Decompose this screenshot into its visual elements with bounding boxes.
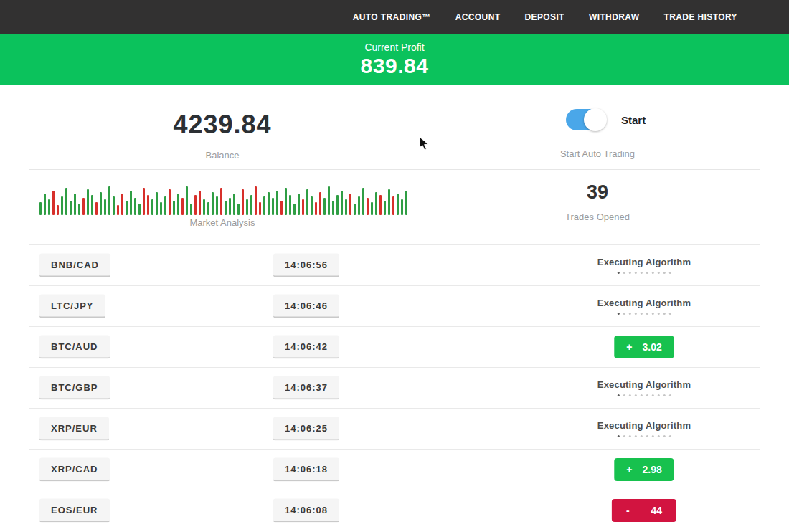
market-bar (367, 198, 369, 215)
market-bar (207, 202, 209, 215)
trade-status: +2.98 (614, 458, 674, 481)
auto-trading-app: AUTO TRADING™ACCOUNTDEPOSITWITHDRAWTRADE… (0, 0, 789, 532)
current-profit-value: 839.84 (0, 54, 789, 78)
market-bar (323, 198, 326, 215)
market-bar (401, 199, 403, 215)
progress-dot (646, 272, 648, 274)
nav-item-auto-trading[interactable]: AUTO TRADING™ (353, 12, 431, 22)
market-bar (199, 191, 201, 215)
executing-algorithm-label: Executing Algorithm (597, 298, 691, 308)
progress-dot (635, 435, 637, 437)
market-bar (134, 198, 136, 215)
market-bar (371, 202, 373, 215)
nav-item-withdraw[interactable]: WITHDRAW (589, 12, 640, 22)
progress-dot (629, 435, 631, 437)
progress-dot (635, 313, 637, 315)
progress-dot (669, 272, 671, 274)
executing-algorithm-label: Executing Algorithm (597, 257, 691, 267)
table-row: BNB/CAD 14:06:56 Executing Algorithm (0, 244, 789, 285)
time-badge: 14:06:42 (273, 335, 339, 358)
top-navbar: AUTO TRADING™ACCOUNTDEPOSITWITHDRAWTRADE… (0, 0, 789, 34)
market-bar (52, 191, 55, 215)
market-bar (311, 196, 313, 215)
market-bar (255, 186, 257, 215)
table-row: BTC/GBP 14:06:37 Executing Algorithm (0, 367, 789, 408)
time-badge: 14:06:46 (273, 294, 339, 318)
market-bar (336, 195, 339, 215)
market-bar (130, 191, 132, 215)
progress-dot (663, 435, 666, 437)
market-bar (225, 201, 227, 215)
trade-status: Executing Algorithm (597, 257, 691, 274)
toggle-knob[interactable] (584, 108, 607, 131)
progress-dot (618, 313, 620, 315)
progress-dot (669, 394, 671, 396)
progress-dots (597, 394, 691, 396)
nav-item-account[interactable]: ACCOUNT (455, 12, 501, 22)
progress-dot (663, 313, 666, 315)
market-bar (362, 188, 364, 215)
market-bar (70, 201, 72, 215)
market-bar (298, 194, 300, 215)
badge-sign: + (626, 464, 632, 475)
badge-value: 44 (651, 505, 663, 516)
badge-value: 2.98 (642, 464, 661, 475)
market-bar (44, 194, 46, 215)
current-profit-banner: Current Profit 839.84 (0, 34, 789, 85)
market-bar (156, 192, 158, 215)
market-bar (354, 204, 356, 215)
badge-value: 3.02 (642, 341, 661, 353)
progress-dot (623, 394, 625, 396)
trade-status: +3.02 (614, 336, 674, 358)
market-analysis-section: Market Analysis 39 Trades Opened (0, 170, 789, 244)
pair-badge: BNB/CAD (39, 253, 110, 277)
market-bar (250, 195, 252, 215)
pair-badge: LTC/JPY (39, 294, 105, 318)
market-bar (285, 188, 287, 215)
progress-dot (629, 313, 631, 315)
market-bar (138, 204, 141, 215)
progress-dot (669, 435, 671, 437)
market-bar (177, 194, 179, 215)
balance-label: Balance (115, 150, 330, 161)
progress-dot (646, 435, 648, 437)
market-bar (104, 199, 106, 215)
progress-dot (641, 394, 643, 396)
progress-dot (635, 272, 637, 274)
pair-badge: BTC/GBP (39, 376, 110, 399)
market-bar (237, 204, 240, 215)
pair-badge: EOS/EUR (39, 498, 110, 522)
market-bar (147, 195, 149, 215)
market-bar (100, 192, 102, 215)
progress-dot (635, 394, 637, 396)
market-bar (186, 186, 188, 215)
table-row: XRP/CAD 14:06:18 +2.98 (0, 449, 789, 490)
trades-list: BNB/CAD 14:06:56 Executing Algorithm LTC… (0, 244, 789, 531)
profit-badge: +2.98 (614, 458, 674, 481)
market-bar (220, 188, 222, 215)
market-bar (405, 191, 407, 215)
trade-status: Executing Algorithm (597, 298, 691, 315)
market-bar (392, 196, 394, 215)
market-bar (280, 201, 283, 215)
market-analysis-label: Market Analysis (115, 217, 330, 228)
nav-item-trade-history[interactable]: TRADE HISTORY (663, 12, 737, 22)
progress-dot (623, 435, 625, 437)
auto-trading-toggle[interactable] (566, 109, 606, 130)
market-bar (259, 202, 261, 215)
market-analysis-chart (39, 184, 407, 215)
market-bar (229, 198, 231, 215)
market-bar (190, 204, 192, 215)
time-badge: 14:06:25 (273, 417, 339, 440)
market-bar (384, 201, 386, 215)
market-bar (74, 194, 76, 215)
time-badge: 14:06:18 (273, 457, 339, 481)
progress-dot (658, 435, 660, 437)
market-bar (57, 205, 59, 215)
progress-dot (652, 394, 654, 396)
progress-dots (597, 313, 691, 315)
market-bar (332, 201, 334, 215)
profit-badge: +3.02 (614, 336, 674, 358)
nav-item-deposit[interactable]: DEPOSIT (524, 12, 564, 22)
progress-dot (652, 435, 654, 437)
